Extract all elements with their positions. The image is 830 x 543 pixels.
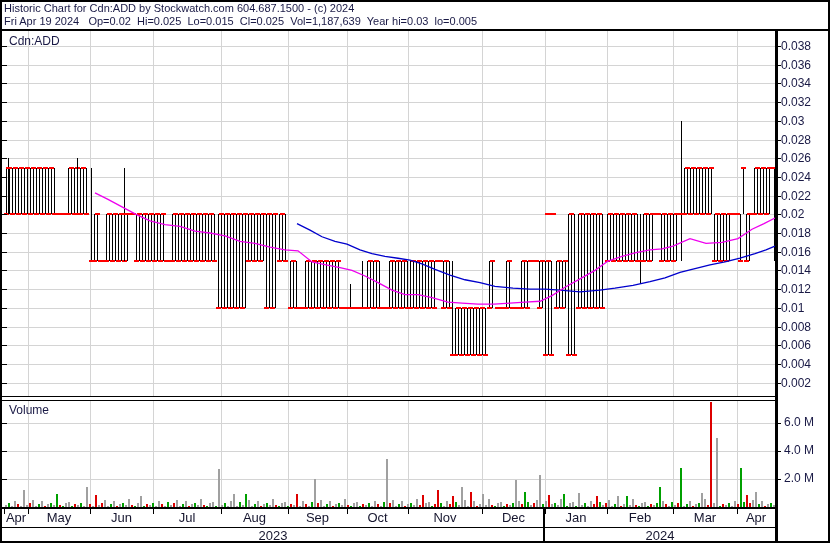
volume-tick-label: 4.0 M xyxy=(784,443,828,457)
month-label: Jul xyxy=(165,510,209,525)
symbol-label: Cdn:ADD xyxy=(9,34,60,48)
volume-tick-label: 6.0 M xyxy=(784,415,828,429)
price-tick-label: 0.016 xyxy=(781,245,827,259)
price-tick-label: 0.008 xyxy=(781,320,827,334)
price-tick-label: 0.014 xyxy=(781,263,827,277)
volume-panel-label: Volume xyxy=(9,403,49,417)
header-quote-line: Fri Apr 19 2024 Op=0.02 Hi=0.025 Lo=0.01… xyxy=(4,15,477,28)
year-label: 2023 xyxy=(243,528,303,543)
price-tick-label: 0.03 xyxy=(781,114,827,128)
price-tick-label: 0.036 xyxy=(781,58,827,72)
month-label: Aug xyxy=(233,510,277,525)
header-title: Historic Chart for Cdn:ADD by Stockwatch… xyxy=(4,2,354,15)
month-label: Sep xyxy=(296,510,340,525)
month-label: Apr xyxy=(0,510,38,525)
price-tick-label: 0.002 xyxy=(781,376,827,390)
price-tick-label: 0.012 xyxy=(781,282,827,296)
stock-chart-screen: Historic Chart for Cdn:ADD by Stockwatch… xyxy=(0,0,830,543)
month-label: May xyxy=(37,510,81,525)
price-tick-label: 0.034 xyxy=(781,76,827,90)
month-label: Nov xyxy=(423,510,467,525)
month-label: Feb xyxy=(618,510,662,525)
volume-tick-label: 2.0 M xyxy=(784,471,828,485)
price-tick-label: 0.02 xyxy=(781,207,827,221)
price-tick-label: 0.038 xyxy=(781,39,827,53)
price-tick-label: 0.01 xyxy=(781,301,827,315)
month-label: Jun xyxy=(100,510,144,525)
price-tick-label: 0.018 xyxy=(781,226,827,240)
month-label: Oct xyxy=(356,510,400,525)
month-label: Mar xyxy=(683,510,727,525)
price-tick-label: 0.024 xyxy=(781,170,827,184)
month-label: Apr xyxy=(734,510,778,525)
year-label: 2024 xyxy=(630,528,690,543)
price-tick-label: 0.032 xyxy=(781,95,827,109)
chart-canvas xyxy=(0,0,830,543)
price-tick-label: 0.026 xyxy=(781,151,827,165)
price-tick-label: 0.006 xyxy=(781,338,827,352)
month-label: Dec xyxy=(492,510,536,525)
price-tick-label: 0.004 xyxy=(781,357,827,371)
price-tick-label: 0.028 xyxy=(781,133,827,147)
month-label: Jan xyxy=(554,510,598,525)
price-tick-label: 0.022 xyxy=(781,189,827,203)
